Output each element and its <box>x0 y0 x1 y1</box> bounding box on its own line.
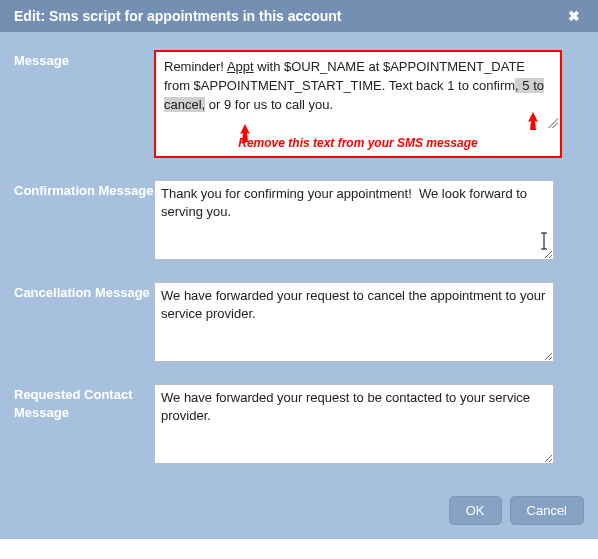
requested-textarea[interactable] <box>154 384 554 464</box>
cancellation-textarea[interactable] <box>154 282 554 362</box>
message-text-part: or 9 for us to call you. <box>205 97 333 112</box>
row-message: Message Reminder! Appt with $OUR_NAME at… <box>14 50 584 158</box>
close-icon[interactable]: ✖ <box>564 8 584 24</box>
message-textarea[interactable]: Reminder! Appt with $OUR_NAME at $APPOIN… <box>158 54 558 132</box>
row-confirmation: Confirmation Message <box>14 180 584 260</box>
confirmation-field-wrap <box>154 180 584 260</box>
resize-handle-icon[interactable] <box>548 118 558 128</box>
cancellation-label: Cancellation Message <box>14 282 154 302</box>
dialog-body: Message Reminder! Appt with $OUR_NAME at… <box>0 32 598 496</box>
message-text-part: Reminder! <box>164 59 227 74</box>
ok-button[interactable]: OK <box>449 496 502 525</box>
annotation-caption: Remove this text from your SMS message <box>158 132 558 150</box>
annotation-arrow-icon <box>526 112 538 128</box>
message-text-underlined: Appt <box>227 59 254 74</box>
row-cancellation: Cancellation Message <box>14 282 584 362</box>
confirmation-textarea[interactable] <box>154 180 554 260</box>
message-annotation-box: Reminder! Appt with $OUR_NAME at $APPOIN… <box>154 50 562 158</box>
requested-label: Requested Contact Message <box>14 384 154 421</box>
edit-sms-dialog: Edit: Sms script for appointments in thi… <box>0 0 598 539</box>
confirmation-label: Confirmation Message <box>14 180 154 200</box>
message-label: Message <box>14 50 154 70</box>
requested-field-wrap <box>154 384 584 464</box>
dialog-titlebar[interactable]: Edit: Sms script for appointments in thi… <box>0 0 598 32</box>
dialog-footer: OK Cancel <box>0 496 598 539</box>
cancel-button[interactable]: Cancel <box>510 496 584 525</box>
dialog-title: Edit: Sms script for appointments in thi… <box>14 8 341 24</box>
row-requested: Requested Contact Message <box>14 384 584 464</box>
message-field-wrap: Reminder! Appt with $OUR_NAME at $APPOIN… <box>154 50 584 158</box>
cancellation-field-wrap <box>154 282 584 362</box>
